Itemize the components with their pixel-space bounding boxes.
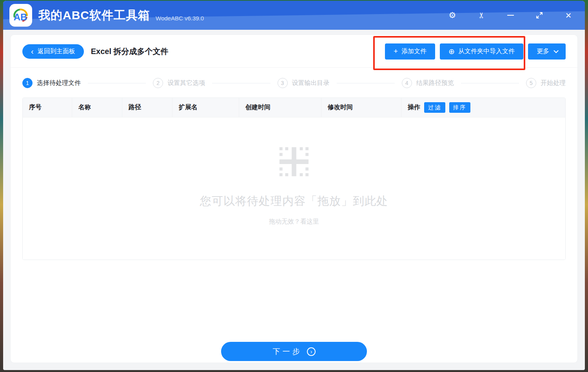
step-3-output-dir: 3 设置输出目录 [278, 78, 330, 88]
abc-logo-icon: AB [12, 6, 30, 24]
add-files-label: 添加文件 [401, 47, 426, 56]
step-1-label: 选择待处理文件 [37, 79, 81, 87]
plus-icon: + [394, 47, 398, 56]
toolbar-actions: + 添加文件 ⊕ 从文件夹中导入文件 更多 [385, 43, 566, 60]
maximize-icon [535, 11, 543, 19]
column-header-name: 名称 [72, 98, 122, 117]
page-title: Excel 拆分成多个文件 [91, 46, 169, 57]
step-indicator: 1 选择待处理文件 2 设置其它选项 3 设置输出目录 4 结果路径预览 [11, 68, 577, 98]
chevron-down-icon [554, 48, 559, 53]
column-header-extension: 扩展名 [172, 98, 239, 117]
column-header-actions: 操作 过滤 排序 [401, 98, 565, 117]
filter-button[interactable]: 过滤 [424, 102, 445, 113]
chevron-left-icon: ‹ [31, 47, 34, 55]
scissors-glyph: ✂ [477, 12, 486, 19]
step-3-circle: 3 [278, 78, 288, 88]
step-5-start: 5 开始处理 [526, 78, 566, 88]
app-version: WodeABC v6.39.0 [156, 15, 204, 22]
close-button[interactable]: × [563, 10, 574, 21]
minimize-button[interactable] [505, 10, 516, 21]
step-connector [337, 83, 395, 83]
step-4-circle: 4 [402, 78, 412, 88]
content-card: ‹ 返回到主面板 Excel 拆分成多个文件 + 添加文件 ⊕ 从文件夹中导入文… [10, 34, 578, 363]
maximize-button[interactable] [534, 10, 545, 21]
drag-help-link[interactable]: 拖动无效？看这里 [269, 218, 319, 226]
step-2-options: 2 设置其它选项 [153, 78, 205, 88]
step-5-label: 开始处理 [541, 79, 566, 87]
drop-zone[interactable]: 您可以将待处理内容「拖放」到此处 拖动无效？看这里 [23, 117, 565, 260]
step-2-circle: 2 [153, 78, 163, 88]
back-button-label: 返回到主面板 [38, 47, 75, 56]
drop-zone-text: 您可以将待处理内容「拖放」到此处 [200, 193, 388, 209]
step-connector [212, 83, 270, 83]
column-header-index: 序号 [23, 98, 72, 117]
column-header-path: 路径 [122, 98, 172, 117]
main-area: ‹ 返回到主面板 Excel 拆分成多个文件 + 添加文件 ⊕ 从文件夹中导入文… [3, 30, 585, 370]
window-controls: ⚙ ✂ × [447, 10, 574, 21]
app-window: AB 我的ABC软件工具箱 WodeABC v6.39.0 ⚙ ✂ × [3, 1, 585, 370]
more-label: 更多 [537, 47, 549, 56]
drop-plus-icon [278, 146, 310, 178]
actions-label: 操作 [408, 103, 420, 112]
import-from-folder-button[interactable]: ⊕ 从文件夹中导入文件 [440, 43, 523, 60]
next-step-button[interactable]: 下一步 › [221, 342, 367, 361]
import-from-folder-label: 从文件夹中导入文件 [458, 47, 515, 56]
more-button[interactable]: 更多 [528, 43, 566, 60]
app-title: 我的ABC软件工具箱 [38, 7, 150, 23]
toolbar: ‹ 返回到主面板 Excel 拆分成多个文件 + 添加文件 ⊕ 从文件夹中导入文… [11, 35, 577, 68]
file-table: 序号 名称 路径 扩展名 创建时间 修改时间 操作 过滤 排序 [22, 98, 566, 260]
step-3-label: 设置输出目录 [292, 79, 330, 87]
scissors-icon[interactable]: ✂ [476, 10, 487, 21]
step-connector [88, 83, 146, 83]
step-2-label: 设置其它选项 [167, 79, 205, 87]
step-5-circle: 5 [526, 78, 536, 88]
app-logo-icon: AB [9, 4, 32, 27]
svg-text:AB: AB [14, 12, 27, 22]
add-files-button[interactable]: + 添加文件 [385, 43, 435, 60]
file-table-header: 序号 名称 路径 扩展名 创建时间 修改时间 操作 过滤 排序 [23, 98, 565, 117]
circle-plus-icon: ⊕ [448, 47, 455, 56]
step-4-path-preview: 4 结果路径预览 [402, 78, 454, 88]
step-1-circle: 1 [22, 78, 33, 88]
minimize-icon [507, 15, 514, 16]
column-header-modified: 修改时间 [321, 98, 401, 117]
column-header-created: 创建时间 [239, 98, 321, 117]
settings-gear-icon[interactable]: ⚙ [447, 10, 458, 21]
back-to-dashboard-button[interactable]: ‹ 返回到主面板 [22, 44, 84, 59]
footer: 下一步 › [11, 342, 577, 362]
circle-arrow-right-icon: › [307, 347, 316, 356]
step-4-label: 结果路径预览 [416, 79, 454, 87]
next-step-label: 下一步 [273, 347, 302, 357]
title-bar: AB 我的ABC软件工具箱 WodeABC v6.39.0 ⚙ ✂ × [3, 1, 585, 30]
step-1-select-files: 1 选择待处理文件 [22, 78, 81, 88]
step-connector [461, 83, 519, 83]
sort-button[interactable]: 排序 [449, 102, 470, 113]
